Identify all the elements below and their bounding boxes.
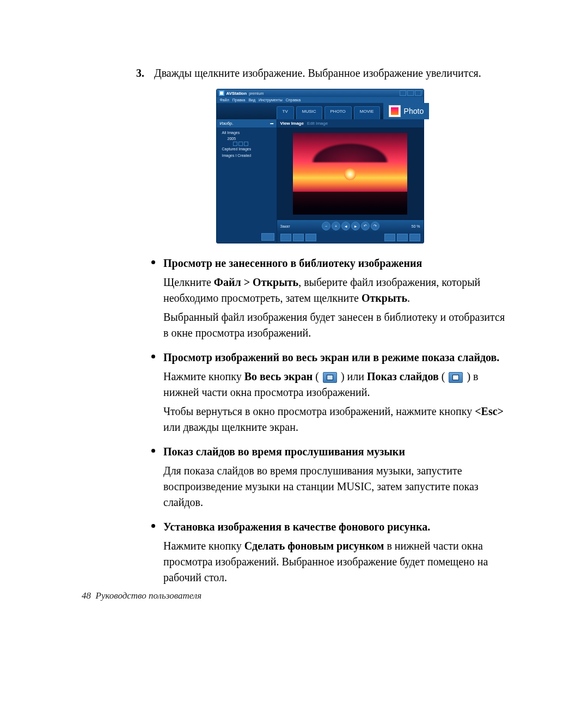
bullet-item: Установка изображения в качестве фоновог… xyxy=(163,519,506,586)
view-tabs: View Image Edit Image xyxy=(277,119,424,127)
close-button[interactable] xyxy=(415,90,421,96)
tab-music[interactable]: MUSIC xyxy=(296,106,322,119)
rotate-left-button[interactable]: ↶ xyxy=(361,222,370,230)
zoom-percent: 50 % xyxy=(412,224,420,228)
image-name: Закат xyxy=(280,224,290,228)
sidebar-header: Изобр. ••• xyxy=(217,119,277,127)
tree-all-images[interactable]: All Images xyxy=(219,130,274,136)
tool-button-2[interactable] xyxy=(397,234,408,241)
bullet-item: Просмотр изображений во весь экран или в… xyxy=(163,350,506,435)
menu-file[interactable]: Файл xyxy=(220,98,229,102)
mode-label: Photo xyxy=(404,107,424,115)
sidebar-collapse-icon[interactable]: ••• xyxy=(270,121,273,126)
sunset-image xyxy=(293,133,407,215)
sidebar-title: Изобр. xyxy=(220,121,234,126)
avstation-window: AVStation premium Файл Правка Вид Инстру… xyxy=(216,89,424,243)
photo-icon xyxy=(389,105,401,117)
bold-text: Открыть xyxy=(362,292,407,304)
tool-button-1[interactable] xyxy=(384,234,395,241)
control-bar: Закат − + ◄ ► ↶ ↷ 50 % xyxy=(277,220,424,232)
bullet-paragraph: Для показа слайдов во время прослушивани… xyxy=(163,463,506,510)
bottom-bar xyxy=(277,232,424,243)
bold-text: Сделать фоновым рисунком xyxy=(244,540,384,552)
menu-help[interactable]: Справка xyxy=(286,98,301,102)
bold-text: Файл > Открыть xyxy=(214,276,298,288)
slideshow-button[interactable] xyxy=(293,234,304,241)
bullet-heading: Просмотр не занесенного в библиотеку изо… xyxy=(163,255,506,271)
slideshow-icon xyxy=(449,372,463,383)
step-text: Дважды щелкните изображение. Выбранное и… xyxy=(154,65,506,81)
minimize-button[interactable] xyxy=(400,90,406,96)
bold-text: Во весь экран xyxy=(244,370,313,382)
step-3: 3. Дважды щелкните изображение. Выбранно… xyxy=(133,65,506,81)
zoom-in-button[interactable]: + xyxy=(332,222,340,230)
bullet-heading: Просмотр изображений во весь экран или в… xyxy=(163,350,506,365)
zoom-out-button[interactable]: − xyxy=(322,222,330,230)
titlebar: AVStation premium xyxy=(217,89,424,97)
app-icon xyxy=(219,90,224,96)
bullet-heading: Установка изображения в качестве фоновог… xyxy=(163,519,506,535)
bullet-paragraph: Нажмите кнопку Во весь экран ( ) или Пок… xyxy=(163,369,506,400)
bold-text: Показ слайдов xyxy=(367,370,439,382)
menubar: Файл Правка Вид Инструменты Справка xyxy=(217,97,424,103)
app-title-suffix: premium xyxy=(249,92,264,95)
fullscreen-icon xyxy=(323,372,337,383)
page-footer: 48 Руководство пользователя xyxy=(82,590,201,601)
maximize-button[interactable] xyxy=(407,90,414,96)
bullet-heading: Показ слайдов во время прослушивания муз… xyxy=(163,444,506,460)
tree-year[interactable]: 2005 xyxy=(219,136,274,142)
next-button[interactable]: ► xyxy=(351,222,360,230)
rotate-right-button[interactable]: ↷ xyxy=(371,222,379,230)
main-panel: View Image Edit Image Закат − + ◄ xyxy=(277,119,424,243)
menu-edit[interactable]: Правка xyxy=(232,98,246,102)
menu-view[interactable]: Вид xyxy=(248,98,255,102)
bullet-item: Показ слайдов во время прослушивания муз… xyxy=(163,444,506,510)
tab-photo[interactable]: PHOTO xyxy=(324,106,352,119)
tool-button-3[interactable] xyxy=(409,234,420,241)
sidebar: Изобр. ••• All Images 2005 Captured Imag… xyxy=(217,119,277,243)
footer-title: Руководство пользователя xyxy=(96,590,202,601)
tree-captured[interactable]: Captured Images xyxy=(219,146,274,152)
tree-month-icons[interactable] xyxy=(219,142,274,146)
tab-view-image[interactable]: View Image xyxy=(280,121,304,126)
sidebar-add-button[interactable] xyxy=(261,233,274,241)
bullet-paragraph: Щелкните Файл > Открыть, выберите файл и… xyxy=(163,275,506,306)
tree-created[interactable]: Images I Created xyxy=(219,153,274,159)
prev-button[interactable]: ◄ xyxy=(341,222,350,230)
tab-tv[interactable]: TV xyxy=(277,106,294,119)
svg-rect-1 xyxy=(220,92,223,95)
bold-text: <Esc> xyxy=(475,405,504,417)
tab-edit-image[interactable]: Edit Image xyxy=(307,121,328,126)
fullscreen-button[interactable] xyxy=(280,234,291,241)
bullet-paragraph: Чтобы вернуться в окно просмотра изображ… xyxy=(163,404,506,435)
bullet-list: Просмотр не занесенного в библиотеку изо… xyxy=(133,255,506,586)
bullet-paragraph: Нажмите кнопку Сделать фоновым рисунком … xyxy=(163,538,506,586)
bullet-item: Просмотр не занесенного в библиотеку изо… xyxy=(163,255,506,341)
mode-badge: Photo xyxy=(383,103,430,119)
wallpaper-button[interactable] xyxy=(305,234,316,241)
image-viewport xyxy=(277,127,424,220)
bullet-paragraph: Выбранный файл изображения будет занесен… xyxy=(163,309,506,341)
step-number: 3. xyxy=(133,65,144,81)
app-title: AVStation xyxy=(226,91,247,96)
header-row: TV MUSIC PHOTO MOVIE Photo xyxy=(217,103,424,119)
sidebar-tree: All Images 2005 Captured Images Images I… xyxy=(217,127,277,231)
menu-tools[interactable]: Инструменты xyxy=(259,98,283,102)
tab-movie[interactable]: MOVIE xyxy=(354,106,380,119)
app-screenshot: AVStation premium Файл Правка Вид Инстру… xyxy=(133,89,506,243)
page-number: 48 xyxy=(82,590,91,601)
